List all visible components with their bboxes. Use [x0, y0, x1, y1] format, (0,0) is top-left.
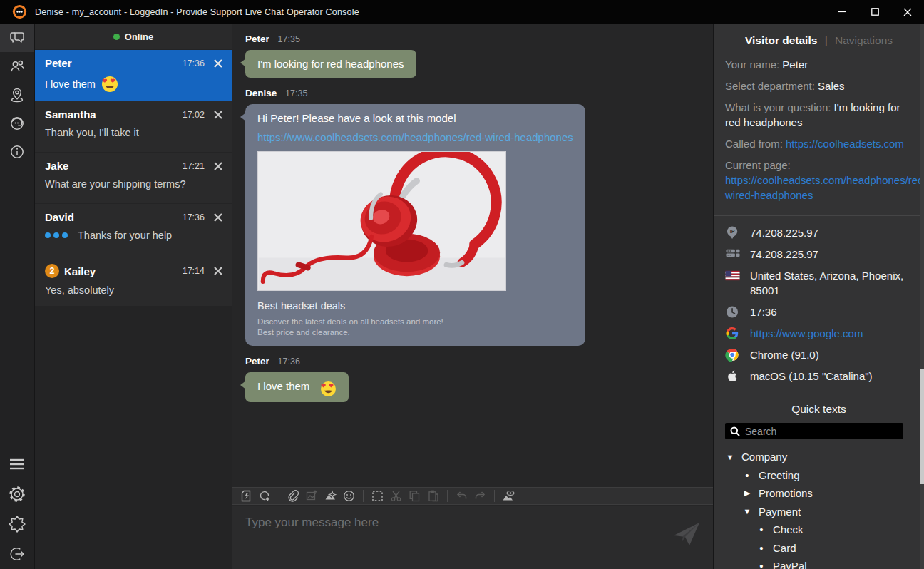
attach-file-icon[interactable] [285, 488, 302, 503]
message-sender: Peter [245, 34, 270, 44]
field-department: Select department: Sales [725, 78, 913, 93]
info-row-referrer: https://www.google.com [725, 326, 913, 341]
chat-name: Peter [45, 57, 72, 69]
tree-item-card[interactable]: •Card [725, 539, 924, 558]
chat-time: 17:36 [183, 212, 205, 222]
visitor-system-info: IP 74.208.225.97 74.208.225.97 [714, 216, 924, 394]
emoji-icon[interactable] [341, 488, 357, 503]
info-row-time: 17:36 [725, 304, 913, 319]
clock-icon [725, 305, 741, 319]
sidebar [0, 24, 34, 569]
quick-text-icon[interactable] [238, 488, 255, 503]
message-sender: Denise [245, 88, 277, 98]
quick-texts-search [725, 423, 903, 439]
tab-navigations[interactable]: Navigations [835, 34, 893, 46]
close-chat-icon[interactable] [213, 212, 223, 222]
chat-item-samantha[interactable]: Samantha 17:02 Thank you, I'll take it [35, 101, 232, 152]
search-input[interactable] [745, 426, 898, 437]
chat-item-jake[interactable]: Jake 17:21 What are your shipping terms? [35, 153, 232, 203]
send-image-icon[interactable] [304, 488, 320, 503]
chat-time: 17:21 [183, 161, 205, 171]
info-row-ip: IP 74.208.225.97 [725, 225, 913, 240]
tab-visitor-details[interactable]: Visitor details [745, 34, 817, 46]
message-text: Hi Peter! Please have a look at this mod… [257, 112, 456, 124]
info-row-host: 74.208.225.97 [725, 247, 913, 262]
push-page-icon[interactable] [322, 488, 339, 503]
chat-last-message: What are your shipping terms? [45, 178, 185, 190]
operator-status[interactable]: Online [35, 24, 232, 49]
location-icon[interactable] [0, 81, 34, 109]
visitor-message-bubble: I love them [245, 372, 349, 402]
tree-item-payment[interactable]: ▼Payment [725, 503, 924, 521]
visitor-message-bubble: I'm looking for red headphones [245, 50, 416, 78]
host-icon [725, 247, 741, 261]
online-status-label: Online [125, 31, 153, 42]
message-link[interactable]: https://www.coolheadsets.com/headphones/… [257, 131, 573, 143]
chats-icon[interactable] [0, 24, 34, 52]
chat-time: 17:02 [183, 110, 205, 120]
composer [232, 506, 714, 569]
scrollbar-thumb[interactable] [920, 369, 924, 484]
chrome-icon [725, 348, 741, 362]
called-from-link[interactable]: https://coolheadsets.com [786, 138, 904, 150]
redo-icon[interactable] [472, 488, 488, 503]
info-icon[interactable] [0, 138, 34, 166]
burst-icon[interactable] [0, 509, 34, 539]
chat-list-panel: Online Peter 17:36 I love them Samantha [34, 24, 232, 569]
cut-icon[interactable] [388, 488, 404, 503]
current-page-link[interactable]: https://coolheadsets.com/headphones/red-… [725, 174, 924, 201]
chat-last-message: Thanks for your help [78, 230, 172, 241]
paste-icon[interactable] [425, 488, 441, 503]
collapsed-icon[interactable]: ▶ [742, 488, 752, 498]
invite-visitor-icon[interactable] [257, 488, 273, 503]
visitors-icon[interactable] [0, 52, 34, 81]
visitor-details-panel: Visitor details | Navigations Your name:… [713, 24, 924, 569]
referrer-link[interactable]: https://www.google.com [750, 326, 863, 341]
window-title: Denise - my_account - LoggedIn - Provide… [35, 7, 359, 17]
chat-item-david[interactable]: David 17:36 Thanks for your help [35, 204, 232, 255]
expanded-icon[interactable]: ▼ [742, 507, 752, 516]
bullet-icon: • [756, 542, 766, 554]
apple-icon [725, 369, 741, 383]
message-time: 17:35 [278, 34, 300, 44]
info-row-location: United States, Arizona, Phoenix, 85001 [725, 268, 913, 298]
link-preview-description: Discover the latest deals on all headset… [257, 317, 573, 338]
logout-icon[interactable] [0, 539, 34, 569]
info-row-os: macOS (10.15 "Catalina") [725, 369, 913, 384]
link-preview-title: Best headset deals [257, 300, 573, 312]
right-panel-tabs: Visitor details | Navigations [714, 24, 924, 47]
chat-name: Jake [45, 160, 68, 172]
close-icon[interactable] [891, 0, 924, 24]
maximize-icon[interactable] [858, 0, 891, 24]
menu-icon[interactable] [0, 449, 34, 479]
message-text: I love them [257, 380, 309, 392]
typing-indicator-icon [45, 232, 68, 238]
chat-last-message: Yes, absolutely [45, 284, 114, 296]
conversation-panel: Peter 17:35 I'm looking for red headphon… [232, 24, 713, 569]
close-chat-icon[interactable] [213, 161, 223, 171]
close-chat-icon[interactable] [213, 266, 223, 276]
operator-icon[interactable] [0, 109, 34, 138]
settings-icon[interactable] [0, 479, 34, 509]
tree-item-check[interactable]: •Check [725, 521, 924, 539]
select-area-icon[interactable] [369, 488, 386, 503]
close-chat-icon[interactable] [213, 110, 223, 120]
bullet-icon: • [756, 523, 766, 535]
copy-icon[interactable] [406, 488, 423, 503]
message-history[interactable]: Peter 17:35 I'm looking for red headphon… [232, 24, 714, 487]
tree-item-greeting[interactable]: •Greeting [725, 466, 924, 485]
tree-item-paypal[interactable]: •PayPal [725, 557, 924, 569]
tree-item-company[interactable]: ▼Company [725, 448, 924, 466]
right-panel-scrollbar[interactable] [920, 24, 924, 569]
heart-eyes-emoji [101, 76, 118, 93]
expanded-icon[interactable]: ▼ [725, 453, 735, 461]
minimize-icon[interactable] [826, 0, 858, 24]
chat-item-peter[interactable]: Peter 17:36 I love them [35, 50, 232, 101]
close-chat-icon[interactable] [213, 58, 223, 68]
chat-item-kailey[interactable]: 2 Kailey 17:14 Yes, absolutely [35, 255, 232, 306]
tree-item-promotions[interactable]: ▶Promotions [725, 484, 924, 503]
image-preview-icon[interactable] [500, 488, 517, 503]
undo-icon[interactable] [453, 488, 470, 503]
paper-plane-icon[interactable] [672, 521, 701, 547]
message-input[interactable] [245, 516, 645, 558]
